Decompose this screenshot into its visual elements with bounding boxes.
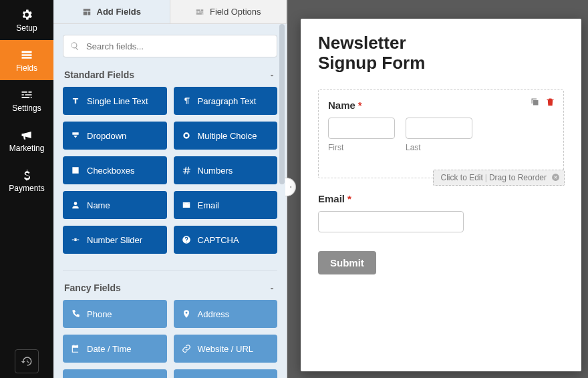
- label-text: Email: [318, 193, 345, 204]
- field-label: Dropdown: [87, 131, 126, 141]
- form-preview-area: Newsletter Signup Form Name* First La: [287, 0, 588, 378]
- nav-label: Setup: [16, 23, 37, 33]
- field-date-time[interactable]: Date / Time: [63, 335, 167, 363]
- close-hint-button[interactable]: [551, 173, 560, 184]
- field-dropdown[interactable]: Dropdown: [63, 122, 167, 150]
- field-label: Checkboxes: [87, 166, 135, 176]
- pin-icon: [182, 309, 191, 319]
- field-checkboxes[interactable]: Checkboxes: [63, 156, 167, 184]
- radio-icon: [182, 131, 191, 140]
- search-input[interactable]: [63, 35, 277, 57]
- section-title: Fancy Fields: [64, 282, 121, 293]
- field-label: Website / URL: [198, 344, 254, 354]
- checkbox-icon: [71, 166, 80, 175]
- field-multiple-choice[interactable]: Multiple Choice: [174, 122, 278, 150]
- gear-icon: [20, 8, 33, 21]
- field-captcha[interactable]: CAPTCHA: [174, 226, 278, 254]
- field-label: Date / Time: [87, 344, 131, 354]
- field-email[interactable]: Email: [174, 191, 278, 219]
- field-number-slider[interactable]: Number Slider: [63, 226, 167, 254]
- search-input-wrap: [63, 35, 277, 57]
- nav-fields[interactable]: Fields: [0, 40, 53, 80]
- hint-drag-text: Drag to Reorder: [489, 173, 547, 182]
- trash-icon: [545, 97, 555, 107]
- dropdown-icon: [71, 131, 80, 140]
- search-icon: [70, 41, 80, 51]
- field-single-line-text[interactable]: Single Line Text: [63, 87, 167, 115]
- field-label: Number Slider: [87, 235, 142, 245]
- form-icon: [20, 48, 33, 61]
- hash-icon: [182, 166, 191, 175]
- fields-panel: Add Fields Field Options Standard Fields…: [53, 0, 287, 378]
- nav-label: Payments: [9, 184, 44, 193]
- field-name[interactable]: Name: [63, 191, 167, 219]
- bullhorn-icon: [20, 128, 33, 142]
- name-field-label: Name*: [328, 100, 554, 111]
- form-title[interactable]: Newsletter Signup Form: [318, 33, 564, 73]
- tab-add-fields[interactable]: Add Fields: [53, 0, 170, 23]
- field-numbers[interactable]: Numbers: [174, 156, 278, 184]
- section-toggle-fancy[interactable]: Fancy Fields: [63, 280, 277, 300]
- tab-label: Add Fields: [97, 7, 141, 17]
- fancy-fields-grid: Phone Address Date / Time Website / URL …: [63, 300, 277, 378]
- scrollbar-thumb[interactable]: [279, 24, 285, 184]
- link-icon: [182, 344, 191, 353]
- email-input[interactable]: [318, 211, 464, 232]
- layout-icon: [82, 7, 92, 17]
- nav-payments[interactable]: Payments: [0, 160, 53, 200]
- divider: [63, 270, 277, 270]
- submit-button[interactable]: Submit: [318, 251, 376, 274]
- field-block-email[interactable]: Email*: [318, 193, 564, 232]
- first-sublabel: First: [328, 143, 395, 152]
- field-label: Numbers: [198, 166, 233, 176]
- nav-label: Settings: [12, 104, 41, 113]
- field-website-url[interactable]: Website / URL: [174, 335, 278, 363]
- main-nav: Setup Fields Settings Marketing Payments: [0, 0, 53, 378]
- form-title-line1: Newsletter: [318, 33, 406, 53]
- standard-fields-grid: Single Line Text Paragraph Text Dropdown…: [63, 87, 277, 264]
- nav-label: Fields: [16, 63, 37, 73]
- field-paragraph-text[interactable]: Paragraph Text: [174, 87, 278, 115]
- field-phone[interactable]: Phone: [63, 300, 167, 328]
- calendar-icon: [71, 344, 80, 353]
- slider-icon: [71, 235, 80, 244]
- close-icon: [551, 173, 560, 182]
- field-label: Email: [198, 200, 220, 210]
- duplicate-field-button[interactable]: [530, 97, 540, 110]
- field-label: Single Line Text: [87, 96, 148, 106]
- field-password[interactable]: Password: [174, 369, 278, 378]
- field-label: Address: [198, 309, 230, 319]
- nav-label: Marketing: [9, 144, 45, 153]
- hint-edit-text: Click to Edit: [440, 173, 482, 182]
- tab-label: Field Options: [210, 7, 261, 17]
- first-name-input[interactable]: [328, 118, 395, 139]
- delete-field-button[interactable]: [545, 97, 555, 110]
- phone-icon: [71, 309, 80, 319]
- chevron-down-icon: [268, 71, 276, 79]
- field-label: Paragraph Text: [198, 96, 257, 106]
- sliders-icon: [195, 7, 204, 17]
- field-label: CAPTCHA: [198, 235, 239, 245]
- section-toggle-standard[interactable]: Standard Fields: [63, 67, 277, 87]
- tab-field-options[interactable]: Field Options: [170, 0, 287, 23]
- question-icon: [182, 235, 191, 244]
- field-file-upload[interactable]: File Upload: [63, 369, 167, 378]
- last-name-input[interactable]: [406, 118, 472, 139]
- label-text: Name: [328, 100, 355, 111]
- field-label: Multiple Choice: [198, 131, 257, 141]
- field-block-name[interactable]: Name* First Last Click to Edit|Drag to R…: [318, 89, 564, 178]
- field-address[interactable]: Address: [174, 300, 278, 328]
- nav-setup[interactable]: Setup: [0, 0, 53, 40]
- paragraph-icon: [182, 96, 191, 106]
- history-icon: [21, 355, 33, 367]
- user-icon: [71, 200, 80, 210]
- nav-settings[interactable]: Settings: [0, 80, 53, 120]
- history-button[interactable]: [15, 349, 39, 373]
- nav-marketing[interactable]: Marketing: [0, 120, 53, 160]
- required-asterisk: *: [347, 193, 351, 204]
- field-hint-tooltip: Click to Edit|Drag to Reorder: [433, 170, 565, 186]
- email-field-label: Email*: [318, 193, 564, 204]
- sliders-icon: [20, 88, 33, 102]
- field-label: Phone: [87, 309, 112, 319]
- form-title-line2: Signup Form: [318, 53, 425, 73]
